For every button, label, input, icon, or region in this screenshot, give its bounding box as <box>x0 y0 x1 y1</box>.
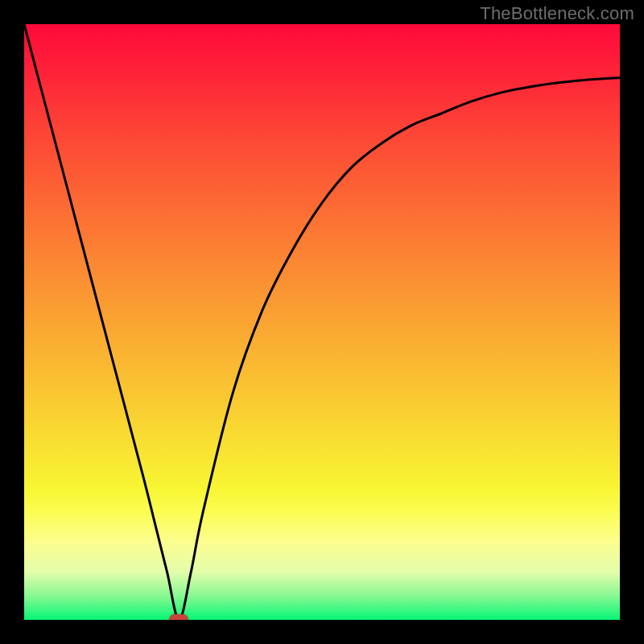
chart-frame: TheBottleneck.com <box>0 0 644 644</box>
plot-area <box>24 24 620 620</box>
attribution-text: TheBottleneck.com <box>480 3 634 24</box>
minimum-marker <box>169 614 188 620</box>
curve-line <box>24 24 620 620</box>
